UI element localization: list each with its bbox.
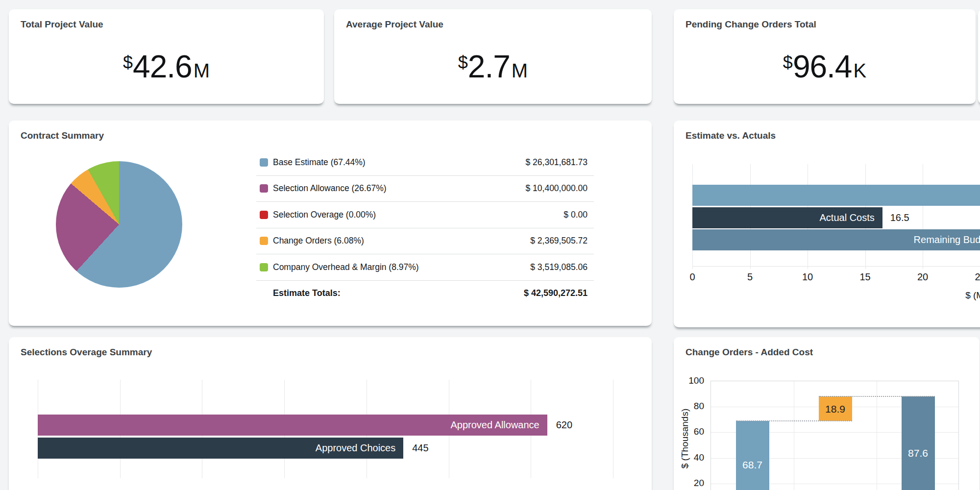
bar-approved-allowance[interactable]: Approved Allowance	[38, 415, 547, 436]
bar-label: Approved Choices	[316, 438, 395, 459]
kpi-number: 96.4	[793, 49, 852, 84]
bar-approved-choices[interactable]: Approved Choices	[38, 438, 403, 459]
y-axis-title: $ (Thousands)	[680, 394, 690, 483]
x-axis-tick-label: 25	[975, 271, 980, 283]
kpi-value: $42.6M	[9, 49, 324, 85]
legend-color-swatch	[260, 237, 268, 245]
bar-label: Actual Costs	[819, 207, 874, 228]
change-orders-added-cost-card: Change Orders - Added Cost 10080604020 $…	[674, 337, 980, 490]
legend-row: Change Orders (6.08%)$ 2,369,505.72	[256, 228, 594, 255]
bar-value-label: 18.9	[825, 403, 845, 415]
card-title: Estimate vs. Actuals	[686, 131, 776, 141]
legend-value: $ 0.00	[564, 210, 594, 220]
change-orders-chart: 68.718.987.6	[710, 381, 959, 490]
currency-symbol: $	[123, 52, 133, 73]
legend-color-swatch	[260, 184, 268, 193]
kpi-number: 42.6	[133, 49, 192, 84]
legend-row: Selection Allowance (26.67%)$ 10,400,000…	[256, 176, 594, 202]
clipped-card-sliver	[978, 9, 980, 104]
bar-value-label: 16.5	[890, 207, 909, 228]
legend-total-row: Estimate Totals:$ 42,590,272.51	[256, 281, 594, 307]
kpi-suffix: K	[853, 60, 866, 81]
legend-value: $ 2,369,505.72	[530, 236, 594, 246]
waterfall-connector-line	[736, 420, 852, 421]
kpi-title: Average Project Value	[346, 20, 443, 29]
bar-actual-costs[interactable]: Actual Costs	[692, 207, 882, 228]
legend-total-value: $ 42,590,272.51	[524, 288, 594, 298]
dashboard: Total Project Value $42.6M Average Proje…	[0, 0, 980, 490]
selections-overage-chart: Approved Allowance620Approved Choices445	[38, 380, 632, 478]
legend-color-swatch	[260, 158, 268, 167]
kpi-number: 2.7	[468, 49, 510, 84]
kpi-card-average-project-value: Average Project Value $2.7M	[334, 9, 652, 104]
legend-label: Selection Allowance (26.67%)	[273, 183, 387, 194]
estimate-vs-actuals-card: Estimate vs. Actuals $ (Millions) 051015…	[674, 121, 980, 327]
kpi-card-total-project-value: Total Project Value $42.6M	[9, 9, 324, 104]
gridline	[794, 381, 794, 490]
legend-label: Selection Overage (0.00%)	[273, 210, 376, 220]
legend-row: Base Estimate (67.44%)$ 26,301,681.73	[256, 149, 594, 176]
legend-label: Base Estimate (67.44%)	[273, 157, 366, 168]
card-title: Contract Summary	[21, 131, 104, 141]
waterfall-connector-line	[819, 396, 935, 397]
contract-summary-card: Contract Summary Base Estimate (67.44%)$…	[9, 121, 652, 326]
legend-value: $ 3,519,085.06	[530, 262, 594, 272]
legend-label: Change Orders (6.08%)	[273, 236, 364, 246]
bar-estimated-costs[interactable]	[692, 185, 980, 206]
kpi-value: $96.4K	[674, 49, 976, 85]
kpi-value: $2.7M	[334, 49, 652, 85]
legend-value: $ 26,301,681.73	[525, 157, 594, 168]
bar-label: Remaining Budget	[914, 229, 980, 250]
x-axis-line	[692, 266, 980, 267]
bar-value-label: 445	[412, 438, 428, 459]
x-axis-tick-label: 0	[689, 271, 695, 283]
kpi-suffix: M	[512, 60, 528, 81]
bar-remaining-budget[interactable]: Remaining Budget	[692, 229, 980, 250]
gridline	[613, 380, 613, 478]
legend-color-swatch	[260, 263, 268, 271]
x-axis-tick-label: 5	[747, 271, 753, 283]
x-axis-tick-label: 10	[802, 271, 813, 283]
waterfall-bar[interactable]	[736, 421, 769, 490]
kpi-title: Total Project Value	[21, 20, 103, 29]
legend-color-swatch	[260, 211, 268, 219]
currency-symbol: $	[783, 52, 793, 73]
selections-overage-summary-card: Selections Overage Summary Approved Allo…	[9, 337, 652, 490]
currency-symbol: $	[458, 52, 468, 73]
x-axis-title: $ (Millions)	[965, 290, 980, 301]
x-axis-tick-label: 20	[917, 271, 928, 283]
legend-label: Company Overhead & Margin (8.97%)	[273, 262, 419, 272]
estimate-vs-actuals-chart: $ (Millions) 0510152025Actual Costs16.5R…	[692, 164, 980, 266]
kpi-card-pending-change-orders-total: Pending Change Orders Total $96.4K	[674, 9, 976, 104]
bar-value-label: 620	[556, 415, 572, 436]
legend-row: Selection Overage (0.00%)$ 0.00	[256, 202, 594, 228]
gridline	[877, 381, 877, 490]
gridline	[923, 164, 923, 269]
kpi-suffix: M	[194, 60, 210, 81]
waterfall-bar[interactable]	[902, 396, 935, 490]
bar-value-label: 68.7	[742, 459, 762, 471]
legend-row: Company Overhead & Margin (8.97%)$ 3,519…	[256, 254, 594, 281]
card-title: Change Orders - Added Cost	[686, 347, 813, 357]
card-title: Selections Overage Summary	[21, 347, 152, 357]
legend-value: $ 10,400,000.00	[525, 183, 594, 194]
bar-value-label: 87.6	[908, 447, 928, 459]
kpi-title: Pending Change Orders Total	[686, 20, 816, 29]
contract-summary-legend-table: Base Estimate (67.44%)$ 26,301,681.73Sel…	[256, 149, 594, 306]
x-axis-tick-label: 15	[859, 271, 870, 283]
legend-total-label: Estimate Totals:	[273, 288, 341, 298]
y-axis-tick-label: 100	[680, 376, 704, 386]
contract-summary-pie-chart[interactable]	[56, 161, 182, 288]
bar-label: Approved Allowance	[451, 415, 539, 436]
